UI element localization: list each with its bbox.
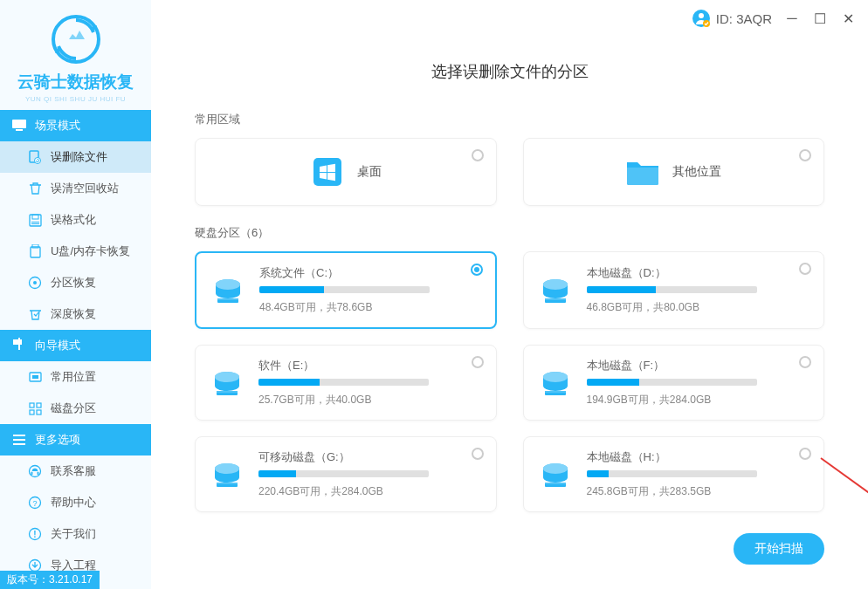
- version-label: 版本号：3.21.0.17: [0, 571, 100, 589]
- disk-title: 本地磁盘（D:）: [587, 265, 809, 281]
- deep-scan-icon: [28, 307, 42, 321]
- floppy-icon: [28, 213, 42, 227]
- svg-rect-11: [31, 247, 40, 257]
- section-label: 向导模式: [35, 338, 80, 353]
- card-other-location[interactable]: 其他位置: [523, 138, 825, 206]
- wizard-mode-icon: [12, 339, 26, 353]
- sidebar: 云骑士数据恢复 YUN QI SHI SHU JU HUI FU 场景模式 误删…: [0, 0, 151, 589]
- disk-title: 本地磁盘（H:）: [587, 449, 809, 465]
- svg-rect-43: [545, 298, 566, 300]
- svg-rect-9: [31, 222, 39, 223]
- svg-rect-59: [545, 483, 566, 484]
- disk-partition-label: 硬盘分区（6）: [195, 225, 824, 241]
- svg-point-45: [215, 372, 239, 382]
- disk-card[interactable]: 本地磁盘（H:） 245.8GB可用，共283.5GB: [523, 436, 825, 512]
- usage-bar: [259, 286, 430, 293]
- svg-rect-25: [13, 443, 25, 445]
- menu-label: 关于我们: [51, 526, 96, 542]
- logo-title: 云骑士数据恢复: [0, 71, 151, 93]
- sidebar-item-format[interactable]: 误格式化: [0, 204, 151, 236]
- radio-icon: [799, 149, 811, 161]
- svg-point-37: [216, 279, 240, 290]
- sidebar-item-deep[interactable]: 深度恢复: [0, 298, 151, 330]
- close-button[interactable]: ✕: [840, 10, 856, 26]
- radio-icon: [472, 356, 484, 368]
- svg-rect-47: [217, 391, 238, 393]
- radio-icon: [799, 356, 811, 368]
- radio-icon: [472, 149, 484, 161]
- disk-stats: 48.4GB可用，共78.6GB: [259, 300, 479, 315]
- svg-rect-24: [13, 439, 25, 441]
- sidebar-item-contact[interactable]: 联系客服: [0, 455, 151, 487]
- drive-icon: [540, 367, 571, 399]
- disk-stats: 194.9GB可用，共284.0GB: [587, 393, 809, 408]
- menu-label: 误删除文件: [51, 149, 107, 165]
- usage-bar: [258, 379, 429, 386]
- card-label: 其他位置: [672, 164, 721, 180]
- sidebar-item-common-location[interactable]: 常用位置: [0, 361, 151, 393]
- section-wizard-mode[interactable]: 向导模式: [0, 330, 151, 361]
- svg-rect-10: [31, 223, 39, 224]
- svg-rect-20: [37, 403, 41, 408]
- svg-rect-51: [545, 391, 566, 393]
- sidebar-item-deleted-files[interactable]: 误删除文件: [0, 141, 151, 173]
- svg-rect-4: [16, 129, 23, 131]
- minimize-button[interactable]: ─: [784, 10, 800, 26]
- disk-card[interactable]: 系统文件（C:） 48.4GB可用，共78.6GB: [195, 251, 497, 329]
- svg-text:?: ?: [32, 499, 37, 508]
- svg-point-49: [543, 372, 568, 382]
- menu-label: 误格式化: [51, 212, 96, 228]
- sidebar-item-disk-partition[interactable]: 磁盘分区: [0, 393, 151, 424]
- radio-icon: [799, 263, 811, 275]
- svg-rect-39: [217, 298, 238, 300]
- disk-grid-icon: [28, 401, 42, 415]
- disk-card[interactable]: 本地磁盘（D:） 46.8GB可用，共80.0GB: [523, 251, 825, 329]
- recycle-bin-icon: [28, 181, 42, 195]
- folder-icon: [625, 154, 660, 189]
- menu-label: 分区恢复: [51, 275, 96, 291]
- radio-icon: [472, 448, 484, 460]
- svg-point-14: [33, 281, 37, 284]
- disk-card[interactable]: 本地磁盘（F:） 194.9GB可用，共284.0GB: [523, 345, 825, 421]
- sidebar-item-about[interactable]: ! 关于我们: [0, 518, 151, 550]
- menu-label: 常用位置: [51, 369, 96, 385]
- radio-icon: [799, 448, 811, 460]
- radio-icon: [471, 264, 483, 276]
- start-scan-button[interactable]: 开始扫描: [734, 533, 824, 565]
- svg-rect-16: [13, 339, 22, 345]
- disk-card[interactable]: 软件（E:） 25.7GB可用，共40.0GB: [195, 345, 497, 421]
- main-area: ID: 3AQR ─ ☐ ✕ 选择误删除文件的分区 常用区域 桌面: [151, 0, 868, 589]
- svg-text:!: !: [33, 530, 36, 539]
- disk-title: 系统文件（C:）: [259, 265, 479, 281]
- id-badge[interactable]: ID: 3AQR: [692, 9, 772, 28]
- disk-card[interactable]: 可移动磁盘（G:） 220.4GB可用，共284.0GB: [195, 436, 497, 512]
- svg-point-6: [35, 158, 41, 164]
- id-text: ID: 3AQR: [716, 11, 772, 26]
- svg-rect-22: [37, 410, 41, 414]
- svg-point-41: [543, 279, 568, 290]
- more-options-icon: [12, 433, 26, 447]
- drive-icon: [211, 367, 243, 399]
- menu-label: 帮助中心: [51, 495, 96, 510]
- info-icon: !: [28, 527, 42, 541]
- svg-point-33: [699, 13, 704, 18]
- svg-rect-23: [13, 435, 25, 436]
- svg-rect-19: [30, 403, 34, 408]
- drive-icon: [212, 275, 244, 306]
- section-scene-mode[interactable]: 场景模式: [0, 110, 151, 141]
- section-more-options[interactable]: 更多选项: [0, 424, 151, 455]
- file-restore-icon: [28, 150, 42, 164]
- svg-point-53: [215, 463, 239, 474]
- section-label: 更多选项: [35, 432, 80, 448]
- svg-rect-3: [12, 120, 26, 128]
- sidebar-item-usb-card[interactable]: U盘/内存卡恢复: [0, 236, 151, 267]
- sidebar-item-help[interactable]: ? 帮助中心: [0, 487, 151, 518]
- maximize-button[interactable]: ☐: [812, 10, 828, 26]
- sidebar-item-partition[interactable]: 分区恢复: [0, 267, 151, 298]
- page-title: 选择误删除文件的分区: [195, 61, 824, 82]
- sidebar-item-recycle-bin[interactable]: 误清空回收站: [0, 173, 151, 204]
- help-icon: ?: [28, 496, 42, 510]
- card-desktop[interactable]: 桌面: [195, 138, 497, 206]
- location-icon: [28, 370, 42, 384]
- usb-card-icon: [28, 244, 42, 258]
